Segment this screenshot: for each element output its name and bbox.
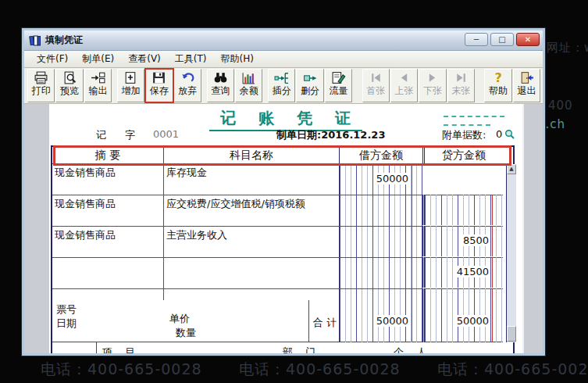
menu-help[interactable]: 帮助(H) (215, 51, 260, 67)
table-row[interactable] (52, 258, 503, 289)
save-icon (151, 71, 166, 84)
preview-button[interactable]: 预览 (55, 69, 83, 102)
summary-cell[interactable]: 现金销售商品 (52, 227, 163, 257)
discard-button[interactable]: 放弃 (174, 69, 201, 102)
next-voucher-button[interactable]: 下张 (419, 69, 446, 102)
app-window: 填制凭证 ─ □ ✕ 文件(F) 制单(E) 查看(V) 工具(T) 帮助(H)… (22, 28, 545, 356)
menu-bar: 文件(F) 制单(E) 查看(V) 工具(T) 帮助(H) (24, 51, 543, 68)
table-row[interactable]: 现金销售商品 库存现金 50000 (52, 164, 503, 195)
scrollbar-thumb[interactable] (507, 326, 516, 342)
help-button[interactable]: ? 帮助 (484, 69, 511, 102)
printer-icon (34, 71, 48, 84)
header-debit: 借方金额 (339, 147, 422, 164)
watermark: 电话：400-665-0028 (437, 360, 588, 380)
summary-cell[interactable]: 现金销售商品 (52, 195, 163, 226)
voucher-table: 摘 要 科目名称 借方金额 贷方金额 现金销售商品 库存现金 50000 现金销… (51, 145, 515, 356)
cashflow-button[interactable]: 流量 (325, 69, 352, 102)
table-row[interactable]: 现金销售商品 应交税费/应交增值税/销项税额 8500 (52, 195, 503, 227)
search-icon (213, 71, 228, 84)
insert-entry-icon (274, 71, 289, 84)
delete-entry-button[interactable]: 删分 (296, 69, 323, 102)
unit-price-label: 单价 (169, 312, 190, 326)
undo-icon (180, 71, 195, 84)
date-label: 日期 (56, 317, 77, 331)
ticket-label: 票号 (56, 302, 77, 317)
header-summary: 摘 要 (52, 147, 163, 164)
project-label: 项 目 (102, 345, 140, 356)
watermark: 400 (548, 98, 573, 113)
prev-page-icon (397, 71, 412, 84)
divider (308, 300, 309, 342)
watermark: 电话：400-665-0028 (239, 360, 401, 380)
debit-cell[interactable] (339, 289, 422, 300)
credit-value: 41500 (455, 266, 490, 277)
minimize-button[interactable]: ─ (465, 33, 488, 46)
print-button[interactable]: 打印 (27, 69, 55, 102)
export-button[interactable]: 输出 (84, 69, 112, 102)
first-voucher-button[interactable]: 首张 (362, 69, 390, 102)
debit-cell[interactable] (339, 227, 422, 257)
magnifier-icon[interactable] (504, 129, 515, 139)
last-voucher-button[interactable]: 末张 (447, 69, 475, 102)
total-debit-value: 50000 (375, 315, 410, 327)
summary-cell[interactable] (52, 258, 163, 288)
scroll-up-icon[interactable]: ▲ (507, 164, 516, 174)
debit-cell[interactable] (339, 195, 422, 226)
save-button[interactable]: 保存 (145, 69, 173, 102)
dashed-rule (444, 124, 490, 126)
voucher-number[interactable]: 0001 (153, 128, 179, 140)
account-cell[interactable]: 库存现金 (163, 164, 339, 195)
voucher-word-label2: 字 (125, 128, 135, 142)
project-row: 项 目 部 门 个 人 (52, 342, 503, 356)
attachments-label: 附单据数: (442, 128, 486, 142)
client-area: 记 账 凭 证 记 字 0001 制单日期:2016.12.23 附单据数: 0… (24, 104, 543, 353)
dashed-rule (444, 116, 504, 117)
debit-value: 50000 (375, 173, 410, 184)
watermark: 电话：400-665-0028 (41, 360, 202, 380)
total-label: 合 计 (313, 316, 337, 330)
first-page-icon (369, 71, 383, 84)
account-cell[interactable] (163, 289, 339, 300)
prev-voucher-button[interactable]: 上张 (390, 69, 418, 102)
last-page-icon (454, 71, 469, 84)
menu-file[interactable]: 文件(F) (30, 51, 74, 67)
exit-icon (519, 71, 534, 84)
debit-cell[interactable] (339, 258, 422, 288)
total-debit-cell: 50000 (339, 300, 422, 342)
vertical-scrollbar[interactable]: ▲ (506, 164, 516, 342)
account-cell[interactable]: 主营业务收入 (163, 227, 339, 257)
divider (96, 342, 97, 356)
close-button[interactable]: ✕ (516, 33, 540, 46)
attachments-count[interactable]: 0 (496, 128, 502, 140)
person-label: 个 人 (394, 345, 431, 356)
account-cell[interactable]: 应交税费/应交增值税/销项税额 (163, 195, 339, 226)
next-page-icon (425, 71, 440, 84)
balance-button[interactable]: 余额 (235, 69, 262, 102)
delete-entry-icon (303, 71, 318, 84)
query-button[interactable]: 查询 (207, 69, 234, 102)
add-button[interactable]: 增加 (117, 69, 144, 102)
account-cell[interactable] (163, 258, 339, 288)
table-row[interactable]: 现金销售商品 主营业务收入 41500 (52, 227, 503, 258)
debit-cell[interactable]: 50000 (339, 164, 422, 195)
add-icon (123, 71, 138, 84)
preview-icon (62, 71, 77, 84)
summary-cell[interactable]: 现金销售商品 (52, 164, 163, 195)
table-row[interactable] (52, 289, 503, 300)
menu-voucher[interactable]: 制单(E) (76, 51, 120, 67)
total-credit-value: 50000 (455, 315, 490, 327)
voucher-date[interactable]: 制单日期:2016.12.23 (276, 128, 385, 142)
toolbar: 打印 预览 输出 增加 保存 放弃 (24, 68, 543, 104)
insert-entry-button[interactable]: 插分 (268, 69, 295, 102)
header-account: 科目名称 (163, 147, 339, 164)
total-credit-cell: 50000 (422, 300, 503, 342)
menu-view[interactable]: 查看(V) (122, 51, 167, 67)
watermark: 网址：www. (547, 41, 588, 55)
maximize-button[interactable]: □ (490, 33, 514, 46)
credit-value: 8500 (461, 234, 490, 246)
table-header-row: 摘 要 科目名称 借方金额 贷方金额 (52, 147, 503, 164)
summary-cell[interactable] (52, 289, 163, 300)
menu-tools[interactable]: 工具(T) (169, 51, 213, 67)
title-bar[interactable]: 填制凭证 ─ □ ✕ (24, 30, 543, 51)
exit-button[interactable]: 退出 (513, 69, 540, 102)
